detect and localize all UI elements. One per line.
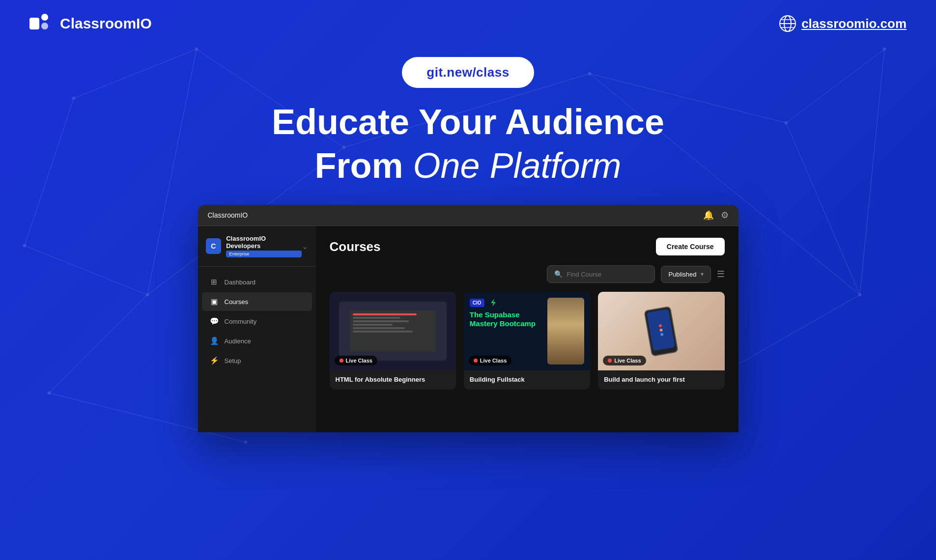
site-link-text: classroomio.com [801,16,907,31]
sidebar-item-label: Setup [225,357,241,364]
courses-title: Courses [330,239,381,254]
course-card-2[interactable]: CIO The Supabase Mastery Bootcamp [464,292,590,389]
hero-headline-italic: One Platform [413,146,621,185]
supabase-text-area: CIO The Supabase Mastery Bootcamp [470,298,543,328]
sidebar-item-community[interactable]: 💬 Community [202,312,312,331]
app-window: ClassroomIO 🔔 ⚙ C ClassroomIO Developers [198,205,738,432]
filter-bar: 🔍 Published ▾ ☰ [330,265,725,283]
phone-mockup [644,306,679,357]
courses-header: Courses Create Course [330,238,725,255]
list-view-icon[interactable]: ☰ [717,269,725,280]
sidebar-item-setup[interactable]: ⚡ Setup [202,351,312,370]
supabase-course-title: The Supabase Mastery Bootcamp [470,310,543,328]
search-box[interactable]: 🔍 [547,265,655,283]
logo-area: ClassroomIO [29,14,152,33]
svg-marker-35 [491,299,496,307]
sidebar-item-dashboard[interactable]: ⊞ Dashboard [202,273,312,291]
setup-icon: ⚡ [210,356,219,365]
course-thumbnail-1: Live Class [330,292,456,370]
courses-icon: ▣ [210,297,219,306]
card-title-2: Building Fullstack [470,375,584,384]
org-chevron-icon: ⌄ [302,242,308,251]
phone-screen-dot-3 [660,333,663,336]
sidebar-item-label: Community [225,318,257,325]
coding-thumbnail-inner [339,302,447,361]
window-controls: 🔔 ⚙ [703,210,729,221]
site-link[interactable]: classroomio.com [779,15,907,32]
card-title-3: Build and launch your first [604,375,718,384]
sidebar-item-label: Audience [225,337,251,345]
course-card-3[interactable]: Live Class Build and launch your first [598,292,724,389]
svg-rect-27 [29,18,39,29]
lightning-icon [488,298,498,308]
bell-icon[interactable]: 🔔 [703,210,714,221]
live-dot-icon [340,359,343,363]
sidebar: C ClassroomIO Developers Enterprise ⌄ ⊞ … [198,226,316,432]
live-badge-2: Live Class [469,356,511,365]
card-info-1: HTML for Absolute Beginners [330,370,456,389]
sidebar-item-label: Courses [225,298,248,306]
live-badge-1: Live Class [335,356,377,365]
live-badge-text-3: Live Class [614,358,641,364]
org-info: C ClassroomIO Developers Enterprise [206,235,302,257]
app-body: C ClassroomIO Developers Enterprise ⌄ ⊞ … [198,226,738,432]
search-icon: 🔍 [554,270,563,278]
filter-label: Published [668,271,696,278]
url-pill-text: git.new/class [426,65,509,80]
classroomio-mini-logo: CIO [470,299,484,307]
create-course-button[interactable]: Create Course [656,238,725,255]
live-dot-icon-2 [474,359,478,363]
live-dot-icon-3 [608,359,612,363]
org-badge: Enterprise [226,251,301,257]
live-badge-text: Live Class [346,358,372,364]
phone-screen [647,309,675,351]
search-input[interactable] [567,271,648,278]
phone-screen-dot-1 [658,324,662,327]
phone-screen-dot-2 [659,328,663,332]
window-titlebar: ClassroomIO 🔔 ⚙ [198,205,738,226]
url-pill: git.new/class [402,57,534,88]
hero-content: git.new/class Educate Your Audience From… [0,47,936,432]
svg-rect-28 [41,14,48,21]
org-header[interactable]: C ClassroomIO Developers Enterprise ⌄ [198,226,316,267]
sidebar-item-courses[interactable]: ▣ Courses [202,292,312,311]
phone-in-hand [644,306,679,357]
hero-background: ClassroomIO classroomio.com git.new/clas… [0,0,936,560]
card-title-1: HTML for Absolute Beginners [336,375,450,384]
globe-icon [779,15,796,32]
live-badge-3: Live Class [603,356,646,365]
monitor-screen [350,310,436,352]
live-badge-text-2: Live Class [480,358,507,364]
org-avatar: C [206,238,222,254]
classroomio-logo-icon [29,14,54,33]
sidebar-item-label: Dashboard [225,279,256,286]
chevron-down-icon: ▾ [701,271,704,278]
hero-headline-line2: From One Platform [314,146,621,185]
window-title: ClassroomIO [208,211,248,219]
card-info-2: Building Fullstack [464,370,590,389]
sidebar-nav: ⊞ Dashboard ▣ Courses 💬 Community 👤 [198,267,316,376]
top-nav: ClassroomIO classroomio.com [0,0,936,47]
published-filter-dropdown[interactable]: Published ▾ [661,266,710,283]
hero-headline-line1: Educate Your Audience [272,103,664,141]
main-content: Courses Create Course 🔍 Published ▾ [316,226,738,432]
sidebar-item-audience[interactable]: 👤 Audience [202,332,312,350]
hero-headline-normal: From [314,146,413,185]
course-person-image [547,298,584,364]
course-thumbnail-2: CIO The Supabase Mastery Bootcamp [464,292,590,370]
supabase-logo-area: CIO [470,298,543,308]
org-name: ClassroomIO Developers [226,235,301,250]
org-details: ClassroomIO Developers Enterprise [226,235,301,257]
svg-rect-29 [41,23,48,29]
dashboard-icon: ⊞ [210,278,219,286]
courses-grid: Live Class HTML for Absolute Beginners [330,292,725,389]
community-icon: 💬 [210,317,219,326]
gear-icon[interactable]: ⚙ [721,210,729,221]
card-info-3: Build and launch your first [598,370,724,389]
code-lines [350,310,436,337]
logo-text: ClassroomIO [60,15,152,32]
course-card-1[interactable]: Live Class HTML for Absolute Beginners [330,292,456,389]
course-thumbnail-3: Live Class [598,292,724,370]
audience-icon: 👤 [210,336,219,345]
